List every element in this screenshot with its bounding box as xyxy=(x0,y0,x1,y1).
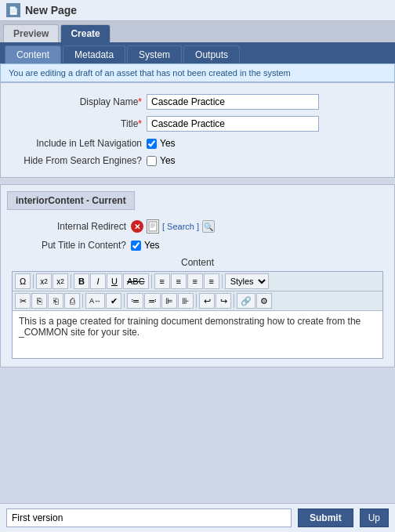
display-name-label: Display Name* xyxy=(9,96,142,107)
editor-content-area[interactable]: This is a page created for training docu… xyxy=(13,311,382,358)
internal-redirect-row: Internal Redirect ✕ [ Search ] 🔍 xyxy=(9,216,386,237)
tab-content[interactable]: Content xyxy=(5,45,61,63)
submit-button[interactable]: Submit xyxy=(298,508,353,527)
paste-word-button[interactable]: ⎙ xyxy=(64,293,80,309)
ordered-list-button[interactable]: ≕ xyxy=(144,293,161,309)
tab-outputs[interactable]: Outputs xyxy=(183,45,240,63)
main-form: Display Name* Title* Include in Left Nav… xyxy=(0,82,395,178)
title-input[interactable] xyxy=(147,116,319,132)
sep5 xyxy=(82,294,83,308)
sep7 xyxy=(196,294,197,308)
align-right-button[interactable]: ≡ xyxy=(187,273,203,289)
advanced-button[interactable]: ⚙ xyxy=(256,293,272,309)
tab-system[interactable]: System xyxy=(127,45,182,63)
unordered-list-button[interactable]: ≔ xyxy=(127,293,143,309)
cut-button[interactable]: ✂ xyxy=(15,293,31,309)
tab-preview[interactable]: Preview xyxy=(3,24,59,42)
hide-search-checkbox-group: Yes xyxy=(147,155,176,166)
hide-search-checkbox[interactable] xyxy=(147,156,157,166)
align-left-button[interactable]: ≡ xyxy=(154,273,170,289)
editor-toolbar-row1: Ω x2 x2 B I U ABC ≡ ≡ ≡ ≡ Styles xyxy=(13,272,382,291)
find-button[interactable]: A↔ xyxy=(85,293,105,309)
omega-button[interactable]: Ω xyxy=(15,273,31,289)
copy-button[interactable]: ⎘ xyxy=(31,293,47,309)
bold-button[interactable]: B xyxy=(74,273,89,289)
sep6 xyxy=(124,294,125,308)
left-nav-row: Include in Left Navigation Yes xyxy=(1,135,394,152)
sep1 xyxy=(33,274,34,288)
mode-tabs: Preview Create xyxy=(0,21,395,42)
hide-search-label: Hide From Search Engines? xyxy=(9,155,142,166)
interior-content-header: interiorContent - Current xyxy=(7,191,135,210)
tab-metadata[interactable]: Metadata xyxy=(63,45,125,63)
display-name-input[interactable] xyxy=(147,94,319,110)
put-title-checkbox[interactable] xyxy=(131,241,141,251)
underline-button[interactable]: U xyxy=(107,273,122,289)
put-title-row: Put Title in Content? Yes xyxy=(9,237,386,254)
required-star: * xyxy=(138,96,142,107)
redirect-icons-group: ✕ [ Search ] 🔍 xyxy=(131,219,215,233)
left-nav-yes-label: Yes xyxy=(160,138,176,149)
indent-button[interactable]: ⊫ xyxy=(161,293,177,309)
version-input[interactable] xyxy=(6,508,292,527)
subscript-button[interactable]: x2 xyxy=(36,273,52,289)
content-tabs: Content Metadata System Outputs xyxy=(0,42,395,63)
display-name-row: Display Name* xyxy=(1,91,394,113)
info-banner: You are editing a draft of an asset that… xyxy=(0,63,395,82)
content-section-label: Content xyxy=(9,254,386,271)
left-nav-label: Include in Left Navigation xyxy=(9,138,142,149)
paste-button[interactable]: ⎗ xyxy=(48,293,63,309)
internal-redirect-label: Internal Redirect xyxy=(9,221,126,232)
left-nav-checkbox[interactable] xyxy=(147,139,157,149)
remove-redirect-icon[interactable]: ✕ xyxy=(131,220,143,233)
link-button[interactable]: 🔗 xyxy=(237,293,255,309)
put-title-label: Put Title in Content? xyxy=(9,240,126,251)
hide-search-yes-label: Yes xyxy=(160,155,176,166)
interior-content-section: interiorContent - Current Internal Redir… xyxy=(0,184,395,367)
page-icon: 📄 xyxy=(6,3,20,17)
search-link[interactable]: [ Search ] xyxy=(162,222,199,231)
title-label: Title* xyxy=(9,118,142,129)
up-button[interactable]: Up xyxy=(360,508,389,527)
magnify-icon[interactable]: 🔍 xyxy=(202,220,215,233)
strikethrough-button[interactable]: ABC xyxy=(123,273,149,289)
svg-rect-0 xyxy=(149,222,157,231)
hide-search-row: Hide From Search Engines? Yes xyxy=(1,152,394,169)
title-required-star: * xyxy=(138,118,142,129)
superscript-button[interactable]: x2 xyxy=(53,273,68,289)
align-justify-button[interactable]: ≡ xyxy=(204,273,219,289)
editor-container: Ω x2 x2 B I U ABC ≡ ≡ ≡ ≡ Styles xyxy=(12,271,383,359)
undo-button[interactable]: ↩ xyxy=(199,293,215,309)
left-nav-checkbox-group: Yes xyxy=(147,138,176,149)
sep3 xyxy=(151,274,152,288)
styles-select[interactable]: Styles xyxy=(225,273,269,289)
redo-button[interactable]: ↪ xyxy=(216,293,231,309)
align-center-button[interactable]: ≡ xyxy=(171,273,187,289)
put-title-yes-label: Yes xyxy=(144,240,160,251)
page-title: New Page xyxy=(25,4,77,16)
tab-create[interactable]: Create xyxy=(60,24,110,42)
bottom-bar: Submit Up xyxy=(0,503,395,532)
sep8 xyxy=(234,294,234,308)
title-row: Title* xyxy=(1,113,394,135)
spellcheck-button[interactable]: ✔ xyxy=(106,293,121,309)
sep2 xyxy=(71,274,71,288)
doc-icon[interactable] xyxy=(147,219,159,233)
put-title-checkbox-group: Yes xyxy=(131,240,160,251)
title-bar: 📄 New Page xyxy=(0,0,395,21)
sep4 xyxy=(222,274,223,288)
outdent-button[interactable]: ⊪ xyxy=(178,293,194,309)
italic-button[interactable]: I xyxy=(90,273,106,289)
interior-form: Internal Redirect ✕ [ Search ] 🔍 Put Tit… xyxy=(1,216,394,367)
editor-toolbar-row2: ✂ ⎘ ⎗ ⎙ A↔ ✔ ≔ ≕ ⊫ ⊪ ↩ ↪ 🔗 ⚙ xyxy=(13,291,382,311)
